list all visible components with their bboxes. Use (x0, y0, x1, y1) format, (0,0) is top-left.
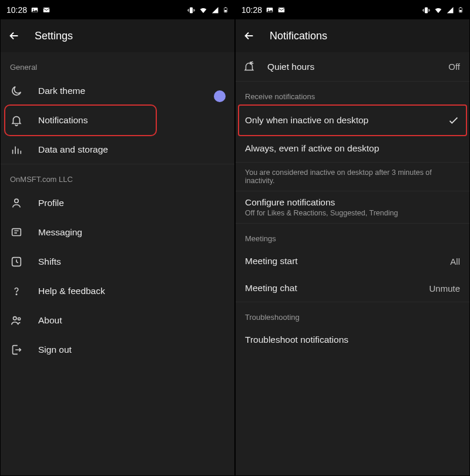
svg-text:z: z (250, 60, 252, 64)
row-label: Messaging (38, 227, 225, 238)
back-arrow-icon[interactable] (243, 29, 256, 42)
battery-icon (458, 5, 464, 15)
message-icon (10, 226, 38, 239)
section-header-receive: Receive notifications (236, 82, 469, 106)
section-header-troubleshoot: Troubleshooting (236, 302, 469, 326)
svg-rect-5 (225, 7, 227, 8)
svg-rect-8 (12, 229, 21, 236)
signal-icon (446, 6, 455, 15)
vibrate-icon (422, 6, 431, 15)
appbar: Notifications (236, 19, 469, 52)
svg-point-12 (18, 318, 21, 320)
svg-rect-18 (460, 7, 462, 8)
option-always-active[interactable]: Always, even if active on desktop (236, 135, 469, 163)
row-meeting-start[interactable]: Meeting start All (236, 248, 469, 275)
status-bar: 10:28 (1, 1, 234, 19)
signout-icon (10, 343, 38, 356)
row-label: Troubleshoot notifications (245, 335, 460, 345)
back-arrow-icon[interactable] (8, 29, 21, 42)
svg-point-14 (268, 9, 269, 10)
section-header-general: General (1, 52, 234, 76)
svg-rect-16 (425, 7, 428, 13)
mail-icon (42, 6, 51, 14)
row-troubleshoot[interactable]: Troubleshoot notifications (236, 326, 469, 353)
moon-icon (10, 85, 38, 97)
bars-icon (10, 143, 38, 156)
mail-icon (277, 6, 286, 14)
row-value: All (450, 256, 460, 266)
row-data-storage[interactable]: Data and storage (1, 135, 234, 164)
quiet-hours-icon: z (243, 60, 267, 73)
status-bar: 10:28 (236, 1, 469, 19)
configure-title: Configure notifications (245, 197, 335, 208)
inactive-note: You are considered inactive on desktop a… (236, 163, 469, 191)
page-title: Notifications (270, 30, 327, 42)
row-label: Quiet hours (267, 62, 448, 72)
row-about[interactable]: About (1, 306, 234, 335)
row-label: Dark theme (38, 86, 225, 96)
quiet-hours-value: Off (448, 62, 460, 72)
row-messaging[interactable]: Messaging (1, 218, 234, 247)
row-help[interactable]: Help & feedback (1, 276, 234, 306)
row-profile[interactable]: Profile (1, 188, 234, 218)
row-signout[interactable]: Sign out (1, 335, 234, 364)
person-icon (10, 197, 38, 210)
status-time: 10:28 (6, 5, 27, 15)
image-icon (266, 6, 274, 14)
row-label: Notifications (38, 115, 225, 126)
row-value: Unmute (429, 283, 460, 293)
row-label: Sign out (38, 345, 225, 355)
page-title: Settings (35, 30, 73, 42)
row-notifications[interactable]: Notifications (1, 106, 234, 135)
row-quiet-hours[interactable]: z Quiet hours Off (236, 52, 469, 82)
svg-rect-6 (224, 10, 226, 12)
row-configure-notifications[interactable]: Configure notifications Off for Likes & … (236, 191, 469, 224)
section-header-org: OnMSFT.com LLC (1, 164, 234, 188)
svg-rect-3 (190, 7, 193, 13)
svg-rect-19 (459, 10, 461, 12)
status-time: 10:28 (241, 5, 262, 15)
wifi-icon (199, 5, 208, 15)
svg-point-7 (15, 199, 18, 202)
configure-subtitle: Off for Likes & Reactions, Suggested, Tr… (245, 209, 398, 217)
row-label: About (38, 315, 225, 326)
section-header-meetings: Meetings (236, 224, 469, 248)
bell-icon (10, 114, 38, 127)
check-icon (447, 114, 460, 127)
phone-right: 10:28 Notifications (235, 0, 470, 476)
signal-icon (211, 6, 220, 15)
image-icon (31, 6, 39, 14)
clock-icon (10, 255, 38, 268)
question-icon (10, 285, 38, 298)
appbar: Settings (1, 19, 234, 52)
svg-point-10 (16, 294, 16, 295)
row-shifts[interactable]: Shifts (1, 247, 234, 276)
battery-icon (223, 5, 229, 15)
row-label: Shifts (38, 256, 225, 267)
row-label: Meeting chat (245, 283, 429, 293)
row-meeting-chat[interactable]: Meeting chat Unmute (236, 275, 469, 302)
row-label: Profile (38, 198, 225, 208)
row-label: Meeting start (245, 256, 450, 266)
phone-left: 10:28 Settings (0, 0, 235, 476)
svg-point-11 (14, 317, 17, 320)
svg-rect-15 (278, 8, 285, 12)
row-dark-theme[interactable]: Dark theme (1, 76, 234, 106)
option-label: Always, even if active on desktop (245, 143, 460, 154)
row-label: Data and storage (38, 144, 225, 155)
svg-point-1 (33, 9, 34, 10)
svg-rect-2 (43, 8, 50, 12)
option-label: Only when inactive on desktop (245, 115, 447, 126)
vibrate-icon (187, 6, 196, 15)
teams-icon (10, 314, 38, 327)
wifi-icon (434, 5, 443, 15)
option-inactive-desktop[interactable]: Only when inactive on desktop (236, 106, 469, 135)
row-label: Help & feedback (38, 286, 225, 296)
